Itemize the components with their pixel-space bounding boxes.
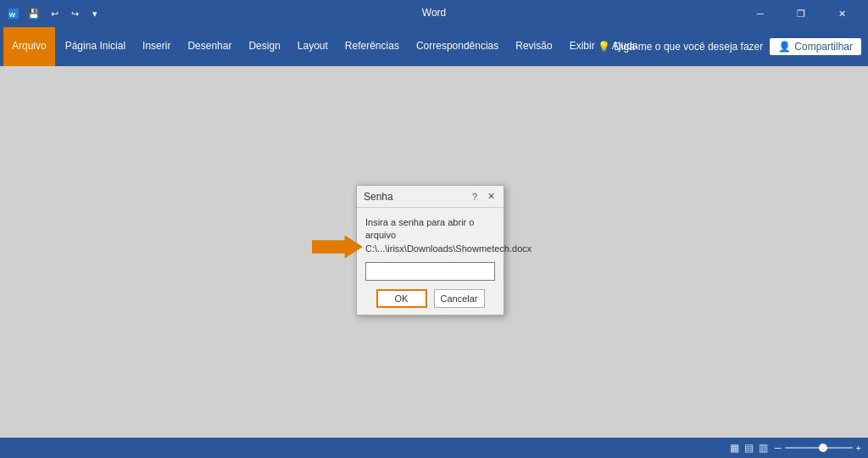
view-web-icon[interactable]: ▤: [744, 442, 754, 454]
dialog-title-bar: Senha ? ✕: [357, 186, 504, 208]
quick-access-toolbar: 💾 ↩ ↪ ▾: [25, 5, 103, 22]
status-bar: ▦ ▤ ▥ ─ +: [0, 438, 868, 458]
window-title: Word: [422, 7, 446, 19]
zoom-plus-icon[interactable]: +: [856, 443, 861, 453]
password-input[interactable]: [365, 262, 495, 281]
save-quick-btn[interactable]: 💾: [25, 5, 42, 22]
tab-arquivo[interactable]: Arquivo: [3, 27, 55, 66]
ribbon-right: 💡 Diga-me o que você deseja fazer 👤 Comp…: [598, 38, 861, 55]
zoom-control: ─ +: [775, 443, 861, 453]
window-controls: ─ ❐ ✕: [741, 0, 861, 27]
share-button[interactable]: 👤 Compartilhar: [770, 38, 861, 55]
dialog-close-button[interactable]: ✕: [486, 191, 497, 202]
zoom-thumb: [819, 444, 827, 452]
tab-exibir[interactable]: Exibir: [561, 27, 604, 66]
dialog-buttons: OK Cancelar: [365, 289, 495, 308]
dialog-message: Insira a senha para abrir o arquivo C:\.…: [365, 216, 495, 255]
ok-button[interactable]: OK: [376, 289, 427, 308]
dialog-help-button[interactable]: ?: [470, 192, 479, 202]
ribbon: Arquivo Página Inicial Inserir Desenhar …: [0, 27, 868, 66]
dialog-title: Senha: [364, 191, 393, 203]
cancel-button[interactable]: Cancelar: [434, 289, 485, 308]
tab-correspondencias[interactable]: Correspondências: [408, 27, 507, 66]
title-bar: W 💾 ↩ ↪ ▾ Word ─ ❐ ✕: [0, 0, 868, 27]
minimize-button[interactable]: ─: [741, 0, 780, 27]
tab-layout[interactable]: Layout: [289, 27, 337, 66]
zoom-track[interactable]: [785, 447, 853, 449]
close-button[interactable]: ✕: [822, 0, 861, 27]
restore-button[interactable]: ❐: [782, 0, 821, 27]
svg-text:W: W: [9, 11, 16, 19]
undo-quick-btn[interactable]: ↩: [46, 5, 63, 22]
view-print-icon[interactable]: ▦: [730, 442, 739, 454]
title-bar-left: W 💾 ↩ ↪ ▾: [7, 5, 103, 22]
dialog-body: Insira a senha para abrir o arquivo C:\.…: [357, 208, 504, 315]
redo-quick-btn[interactable]: ↪: [66, 5, 83, 22]
tab-inserir[interactable]: Inserir: [134, 27, 179, 66]
svg-marker-2: [312, 235, 363, 258]
tab-desenhar[interactable]: Desenhar: [179, 27, 240, 66]
dialog-title-controls: ? ✕: [470, 191, 497, 202]
tab-revisao[interactable]: Revisão: [507, 27, 560, 66]
view-read-icon[interactable]: ▥: [759, 442, 768, 454]
share-icon: 👤: [778, 41, 791, 53]
tab-design[interactable]: Design: [240, 27, 288, 66]
tab-referencias[interactable]: Referências: [337, 27, 408, 66]
main-area: Senha ? ✕ Insira a senha para abrir o ar…: [0, 66, 868, 438]
search-ribbon[interactable]: 💡 Diga-me o que você deseja fazer: [598, 41, 763, 53]
password-dialog: Senha ? ✕ Insira a senha para abrir o ar…: [356, 185, 504, 316]
status-icons: ▦ ▤ ▥: [730, 442, 768, 454]
arrow-annotation: [312, 233, 363, 264]
zoom-minus-icon[interactable]: ─: [775, 443, 782, 453]
tab-pagina-inicial[interactable]: Página Inicial: [57, 27, 134, 66]
word-app-icon: W: [7, 7, 20, 20]
more-quick-btn[interactable]: ▾: [86, 5, 103, 22]
lightbulb-icon: 💡: [598, 41, 610, 53]
